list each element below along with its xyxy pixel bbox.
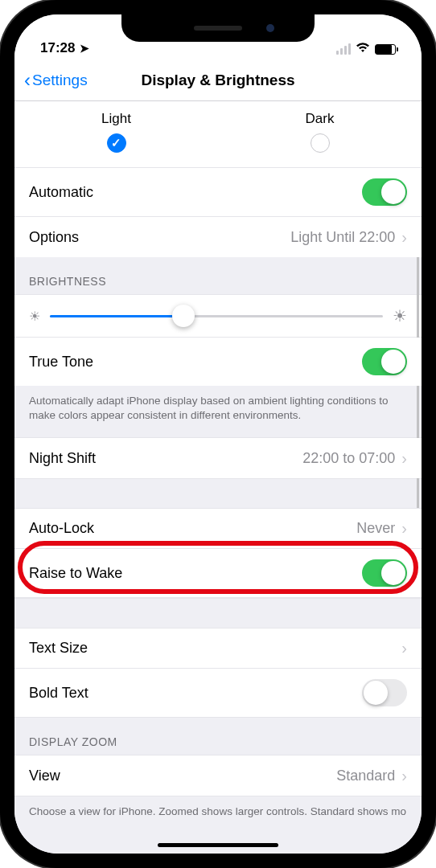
appearance-dark-label: Dark — [218, 111, 422, 127]
display-zoom-header: DISPLAY ZOOM — [14, 718, 422, 755]
auto-lock-value: Never — [356, 520, 395, 537]
view-label: View — [29, 768, 60, 784]
cellular-icon — [336, 43, 351, 55]
brightness-header: BRIGHTNESS — [14, 257, 422, 294]
scroll-indicator — [417, 238, 419, 543]
night-shift-value: 22:00 to 07:00 — [302, 450, 395, 467]
location-icon: ➤ — [80, 42, 89, 55]
radio-unchecked-icon — [311, 133, 330, 153]
page-title: Display & Brightness — [141, 72, 294, 89]
true-tone-footer: Automatically adapt iPhone display based… — [14, 386, 422, 437]
sun-small-icon: ☀︎ — [29, 309, 40, 324]
chevron-right-icon: › — [401, 767, 407, 785]
radio-checked-icon — [107, 133, 126, 153]
brightness-slider[interactable] — [50, 315, 383, 317]
options-label: Options — [29, 229, 79, 246]
chevron-left-icon: ‹ — [24, 71, 31, 90]
text-size-row[interactable]: Text Size › — [14, 628, 422, 669]
text-size-label: Text Size — [29, 640, 88, 657]
sun-large-icon: ☀︎ — [393, 306, 407, 326]
raise-to-wake-toggle[interactable] — [362, 559, 407, 587]
nav-bar: ‹ Settings Display & Brightness — [14, 59, 422, 101]
raise-to-wake-row: Raise to Wake — [14, 549, 422, 598]
automatic-label: Automatic — [29, 184, 93, 201]
view-value: Standard — [336, 768, 395, 784]
display-zoom-footer: Choose a view for iPhone. Zoomed shows l… — [14, 796, 422, 833]
options-value: Light Until 22:00 — [290, 229, 395, 246]
true-tone-row: True Tone — [14, 338, 422, 386]
night-shift-label: Night Shift — [29, 450, 96, 467]
home-indicator[interactable] — [158, 843, 278, 847]
appearance-dark-option[interactable]: Dark — [218, 111, 422, 153]
chevron-right-icon: › — [401, 228, 407, 247]
true-tone-label: True Tone — [29, 354, 93, 371]
bold-text-row: Bold Text — [14, 669, 422, 717]
auto-lock-label: Auto-Lock — [29, 520, 94, 537]
bold-text-toggle[interactable] — [362, 679, 407, 706]
appearance-light-option[interactable]: Light — [14, 111, 218, 153]
automatic-row: Automatic — [14, 168, 422, 217]
true-tone-toggle[interactable] — [362, 348, 407, 375]
auto-lock-row[interactable]: Auto-Lock Never › — [14, 509, 422, 549]
brightness-slider-row: ☀︎ ☀︎ — [14, 295, 422, 338]
chevron-right-icon: › — [401, 639, 407, 657]
wifi-icon — [356, 42, 370, 56]
back-label: Settings — [32, 72, 88, 89]
raise-to-wake-label: Raise to Wake — [29, 565, 122, 582]
options-row[interactable]: Options Light Until 22:00 › — [14, 217, 422, 257]
status-time: 17:28 — [40, 40, 75, 56]
view-row[interactable]: View Standard › — [14, 755, 422, 796]
night-shift-row[interactable]: Night Shift 22:00 to 07:00 › — [14, 438, 422, 478]
automatic-toggle[interactable] — [362, 178, 407, 206]
back-button[interactable]: ‹ Settings — [24, 71, 88, 90]
chevron-right-icon: › — [401, 449, 407, 468]
chevron-right-icon: › — [401, 519, 407, 538]
bold-text-label: Bold Text — [29, 685, 88, 702]
battery-icon — [375, 44, 396, 55]
appearance-light-label: Light — [14, 111, 218, 127]
